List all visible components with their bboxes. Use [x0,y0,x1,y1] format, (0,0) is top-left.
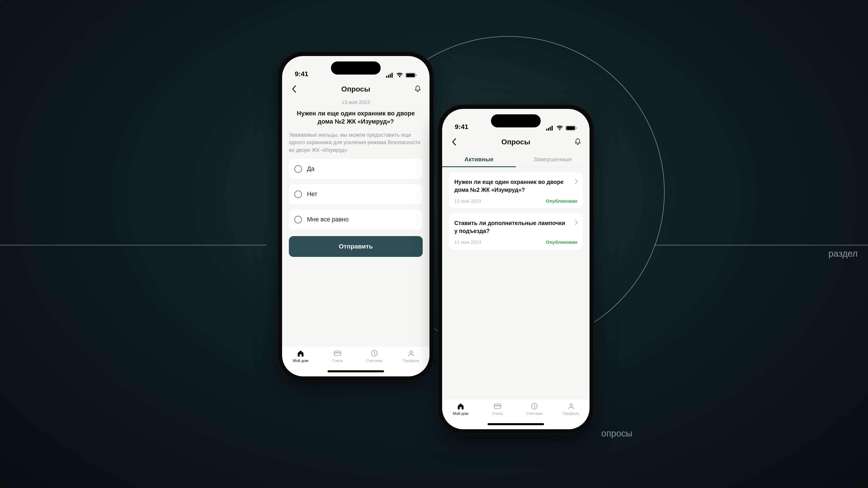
clock-icon [530,402,538,410]
svg-rect-0 [386,76,387,78]
poll-card-date: 11 мая 2023 [454,239,481,245]
svg-rect-2 [390,74,391,78]
person-icon [567,402,575,410]
clock-icon [370,350,378,357]
poll-option-no[interactable]: Нет [289,184,423,204]
home-indicator [488,423,544,425]
phone-mockup-poll-detail: 9:41 Опросы 13 мая 2023 Нужен ли еще оди… [278,52,434,381]
section-label: раздел [829,249,858,259]
phone-mockup-poll-list: 9:41 Опросы Активные Завершенные Нужен [438,105,594,433]
notifications-button[interactable] [413,84,423,94]
svg-rect-3 [392,73,393,78]
dynamic-island [491,114,541,127]
svg-rect-14 [552,126,553,131]
option-label: Да [307,165,314,172]
poll-option-neutral[interactable]: Мне все равно [289,209,423,230]
page-title: Опросы [341,85,370,93]
svg-rect-13 [550,127,551,131]
chevron-left-icon [452,138,456,146]
poll-option-yes[interactable]: Да [289,159,423,179]
svg-rect-12 [548,128,549,131]
svg-rect-17 [576,127,577,129]
battery-icon [565,126,577,131]
svg-rect-8 [334,352,340,353]
tabbar-label: Профиль [403,359,419,363]
decorative-line [0,0,194,0]
nav-bar: Опросы [442,134,590,151]
svg-rect-16 [566,126,575,130]
svg-rect-6 [416,74,416,76]
radio-icon [294,216,302,223]
poll-card-status: Опубликован [546,239,577,245]
tabbar-item-bills[interactable]: Счета [479,402,516,416]
card-icon [494,402,501,410]
svg-rect-1 [388,75,389,78]
poll-card-title: Нужен ли еще один охранник во дворе дома… [454,178,577,194]
chevron-right-icon [575,178,578,184]
wifi-icon [396,73,403,78]
radio-icon [294,165,302,173]
tab-completed-polls[interactable]: Завершенные [516,152,590,167]
svg-point-10 [410,351,412,353]
status-time: 9:41 [455,123,468,131]
poll-date: 13 мая 2023 [289,99,423,105]
svg-rect-19 [494,405,500,406]
tabbar-label: Счета [332,359,343,363]
status-time: 9:41 [295,70,308,78]
tabbar-label: Мой дом [453,412,468,416]
chevron-right-icon [575,220,578,225]
poll-card-status: Опубликован [546,198,577,204]
polls-label: опросы [601,428,632,438]
tabbar-item-profile[interactable]: Профиль [553,402,590,416]
chevron-left-icon [291,85,296,93]
tabs: Активные Завершенные [442,152,590,167]
tabbar-label: Профиль [563,412,579,416]
battery-icon [405,73,417,78]
poll-question: Нужен ли еще один охранник во дворе дома… [289,109,423,126]
back-button[interactable] [449,137,459,147]
decorative-line [0,245,267,246]
submit-button[interactable]: Отправить [289,236,423,257]
tabbar-item-bills[interactable]: Счета [319,350,356,363]
home-icon [297,350,305,357]
cellular-icon [386,73,394,78]
tabbar-item-home[interactable]: Мой дом [442,402,479,416]
cellular-icon [546,126,554,131]
dynamic-island [331,61,381,74]
poll-card-title: Ставить ли дополнительные лампочки у под… [454,219,577,235]
tabbar-label: Мой дом [293,359,308,363]
card-icon [334,350,341,357]
wifi-icon [556,126,563,131]
tabbar-item-meters[interactable]: Счетчики [356,350,393,363]
option-label: Мне все равно [307,216,348,223]
tab-active-polls[interactable]: Активные [442,152,516,167]
home-icon [457,402,465,410]
person-icon [407,350,415,357]
option-label: Нет [307,191,317,198]
tabbar-label: Счета [492,412,503,416]
poll-card[interactable]: Нужен ли еще один охранник во дворе дома… [449,172,583,208]
page-title: Опросы [501,138,530,146]
svg-point-21 [570,404,572,406]
poll-card-date: 13 мая 2023 [454,198,481,204]
bell-icon [575,138,581,146]
notifications-button[interactable] [573,137,583,147]
radio-icon [294,191,302,198]
back-button[interactable] [289,84,299,94]
home-indicator [328,370,384,372]
svg-rect-11 [546,129,547,131]
svg-rect-5 [406,73,415,77]
tabbar-label: Счетчики [366,359,382,363]
nav-bar: Опросы [282,81,430,98]
poll-card[interactable]: Ставить ли дополнительные лампочки у под… [449,213,583,250]
decorative-line [654,245,868,246]
tabbar-item-meters[interactable]: Счетчики [516,402,553,416]
tabbar-item-profile[interactable]: Профиль [393,350,430,363]
poll-description: Уважаемые жильцы, мы можем предоставить … [289,131,423,154]
tabbar-item-home[interactable]: Мой дом [282,350,319,363]
tabbar-label: Счетчики [526,412,542,416]
bell-icon [414,85,421,93]
